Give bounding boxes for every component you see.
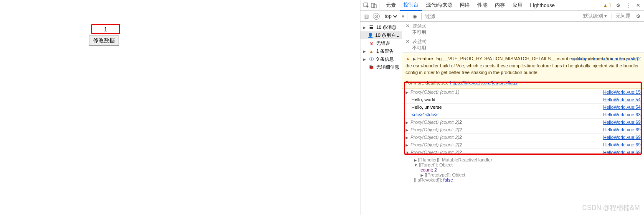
docs-link[interactable]: https://link.vuejs.org/feature-flags xyxy=(450,80,517,85)
svg-rect-1 xyxy=(371,3,375,8)
log-level-select[interactable]: 默认级别 ▾ xyxy=(583,13,607,20)
tab-sources[interactable]: 源代码/来源 xyxy=(423,0,456,10)
warnings-badge[interactable]: ▲ 1 xyxy=(603,3,611,8)
clear-console-icon[interactable]: ⊘ xyxy=(373,13,380,20)
console-log-row[interactable]: ▼Proxy(Object) {count: 2} 2HelloWorld.vu… xyxy=(402,149,644,156)
device-toggle-icon[interactable] xyxy=(370,2,377,9)
console-warning: ▲ ▶ Feature flag __VUE_PROD_HYDRATION_MI… xyxy=(402,53,644,89)
devtools-panel: 元素 控制台 源代码/来源 网络 性能 内存 应用 Lighthouse ▲ 1… xyxy=(360,0,644,215)
tab-memory[interactable]: 内存 xyxy=(492,0,508,10)
console-log-row[interactable]: ▶Proxy(Object) {count: 2} 2HelloWorld.vu… xyxy=(402,119,644,126)
console-sidebar: ▶☰10 条消息 👤10 条用户... ⊗无错误 ▶▲1 条警告 ▶ⓘ9 条信息… xyxy=(360,22,402,215)
sidebar-item[interactable]: 🐞无详细信息 xyxy=(360,63,402,71)
filter-input[interactable] xyxy=(425,13,580,19)
source-link[interactable]: HelloWorld.vue:69 xyxy=(603,127,641,132)
source-link[interactable]: runtime-core.esm-bundler.js:5242 xyxy=(572,55,641,62)
warn-icon: ▲ xyxy=(406,56,410,61)
source-link[interactable]: HelloWorld.vue:69 xyxy=(603,135,641,140)
devtools-tab-bar: 元素 控制台 源代码/来源 网络 性能 内存 应用 Lighthouse ▲ 1… xyxy=(360,0,644,11)
console-log-row[interactable]: ▶Proxy(Object) {count: 1}HelloWorld.vue:… xyxy=(402,89,644,96)
expanded-object: ▶ [[Handler]]: MutableReactiveHandler ▼ … xyxy=(402,156,644,185)
console-log-row[interactable]: ▶Proxy(Object) {count: 2} 2HelloWorld.vu… xyxy=(402,126,644,134)
sidebar-item[interactable]: ▶ⓘ9 条信息 xyxy=(360,55,402,63)
tab-performance[interactable]: 性能 xyxy=(474,0,491,10)
console-log-row[interactable]: <div>1</div>HelloWorld.vue:63 xyxy=(402,111,644,119)
sidebar-item[interactable]: 👤10 条用户... xyxy=(360,31,402,39)
source-link[interactable]: HelloWorld.vue:15 xyxy=(603,90,641,95)
tab-application[interactable]: 应用 xyxy=(509,0,526,10)
source-link[interactable]: HelloWorld.vue:69 xyxy=(603,120,641,125)
source-link[interactable]: HelloWorld.vue:69 xyxy=(603,150,641,155)
settings-icon[interactable]: ⚙ xyxy=(635,13,641,20)
remove-icon[interactable]: ✕ xyxy=(406,23,410,29)
counter-display: 1 xyxy=(91,24,120,34)
source-link[interactable]: HelloWorld.vue:54 xyxy=(603,97,641,102)
inspect-icon[interactable] xyxy=(363,2,370,9)
console-toolbar: ▥ ⊘ top ▾ ◉ 默认级别 ▾ 无问题 ⚙ xyxy=(360,11,644,22)
no-issues-label: 无问题 xyxy=(616,13,631,20)
console-log-row[interactable]: Hello, worldHelloWorld.vue:54 xyxy=(402,96,644,104)
source-link[interactable]: HelloWorld.vue:54 xyxy=(603,105,641,110)
sidebar-item[interactable]: ▶☰10 条消息 xyxy=(360,23,402,31)
tab-console[interactable]: 控制台 xyxy=(400,0,422,11)
more-icon[interactable]: ⋮ xyxy=(625,2,631,9)
sidebar-toggle-icon[interactable]: ▥ xyxy=(363,13,370,20)
source-link[interactable]: HelloWorld.vue:63 xyxy=(603,112,641,117)
context-select[interactable]: top xyxy=(383,13,398,20)
tab-network[interactable]: 网络 xyxy=(456,0,473,10)
modify-data-button[interactable]: 修改数据 xyxy=(89,36,119,46)
tab-elements[interactable]: 元素 xyxy=(383,0,399,10)
gear-icon[interactable]: ⚙ xyxy=(615,2,621,9)
source-link[interactable]: HelloWorld.vue:69 xyxy=(603,142,641,147)
sidebar-item[interactable]: ⊗无错误 xyxy=(360,39,402,47)
live-expression: ✕ 表达式不可用 xyxy=(402,22,644,37)
live-expr-icon[interactable]: ◉ xyxy=(411,13,418,20)
watermark: CSDN @程楠楠&M xyxy=(582,204,640,212)
console-output: ✕ 表达式不可用 ✕ 表达式不可用 ▲ ▶ Feature flag __VUE… xyxy=(402,22,644,215)
sidebar-item[interactable]: ▶▲1 条警告 xyxy=(360,47,402,55)
remove-icon[interactable]: ✕ xyxy=(406,38,410,44)
live-expression: ✕ 表达式不可用 xyxy=(402,37,644,53)
console-log-row[interactable]: ▶Proxy(Object) {count: 2} 2HelloWorld.vu… xyxy=(402,141,644,149)
tab-lighthouse[interactable]: Lighthouse xyxy=(527,1,558,10)
console-log-row[interactable]: Hello, universeHelloWorld.vue:54 xyxy=(402,104,644,111)
console-log-row[interactable]: ▶Proxy(Object) {count: 2} 2HelloWorld.vu… xyxy=(402,134,644,141)
close-icon[interactable]: ✕ xyxy=(635,2,641,9)
